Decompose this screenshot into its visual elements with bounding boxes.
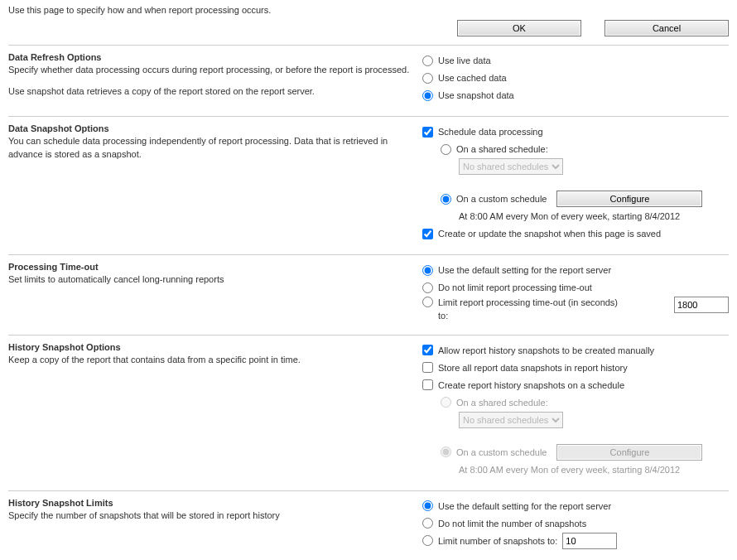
snapshot-schedule-text: At 8:00 AM every Mon of every week, star… <box>459 211 680 221</box>
processing-timeout-title: Processing Time-out <box>8 262 414 272</box>
radio-history-limit-number[interactable] <box>422 535 433 546</box>
input-timeout-seconds[interactable] <box>674 297 729 313</box>
radio-timeout-default[interactable] <box>422 265 433 276</box>
configure-snapshot-schedule-button[interactable]: Configure <box>556 191 702 207</box>
data-refresh-desc: Specify whether data processing occurs d… <box>8 64 414 77</box>
label-snapshot-custom-schedule: On a custom schedule <box>456 194 547 204</box>
input-history-limit-number[interactable] <box>562 533 617 549</box>
section-data-refresh: Data Refresh Options Specify whether dat… <box>8 45 729 116</box>
data-refresh-note: Use snapshot data retrieves a copy of th… <box>8 85 414 99</box>
checkbox-create-snapshot-on-save[interactable] <box>422 229 433 239</box>
radio-use-cached-data[interactable] <box>422 73 433 84</box>
section-history-limits: History Snapshot Limits Specify the numb… <box>8 490 729 560</box>
label-use-cached-data: Use cached data <box>438 73 507 83</box>
radio-snapshot-shared-schedule[interactable] <box>441 144 451 155</box>
history-snapshot-title: History Snapshot Options <box>8 342 414 352</box>
section-data-snapshot: Data Snapshot Options You can schedule d… <box>8 116 729 254</box>
checkbox-schedule-data-processing[interactable] <box>422 127 433 138</box>
checkbox-store-all-history[interactable] <box>422 362 433 373</box>
top-button-row: OK Cancel <box>8 20 729 36</box>
history-limits-desc: Specify the number of snapshots that wil… <box>8 509 414 523</box>
label-allow-history-manual: Allow report history snapshots to be cre… <box>438 345 654 355</box>
radio-history-custom-schedule[interactable] <box>441 447 451 457</box>
select-snapshot-shared-schedule[interactable]: No shared schedules <box>459 158 563 175</box>
checkbox-allow-history-manual[interactable] <box>422 345 433 355</box>
label-timeout-limit: Limit report processing time-out (in sec… <box>438 297 629 323</box>
radio-history-shared-schedule[interactable] <box>441 397 451 408</box>
ok-button[interactable]: OK <box>457 20 581 36</box>
data-refresh-title: Data Refresh Options <box>8 52 414 62</box>
radio-snapshot-custom-schedule[interactable] <box>441 194 451 205</box>
section-history-snapshot: History Snapshot Options Keep a copy of … <box>8 335 729 490</box>
label-history-custom-schedule: On a custom schedule <box>456 447 547 457</box>
cancel-button[interactable]: Cancel <box>605 20 729 36</box>
radio-timeout-no-limit[interactable] <box>422 282 433 293</box>
history-limits-title: History Snapshot Limits <box>8 498 414 508</box>
label-create-snapshot-on-save: Create or update the snapshot when this … <box>438 229 661 239</box>
radio-history-no-limit[interactable] <box>422 518 433 529</box>
label-schedule-data-processing: Schedule data processing <box>438 127 543 137</box>
label-history-limit-default: Use the default setting for the report s… <box>438 501 611 511</box>
radio-use-live-data[interactable] <box>422 56 433 66</box>
label-timeout-default: Use the default setting for the report s… <box>438 265 611 275</box>
label-timeout-no-limit: Do not limit report processing time-out <box>438 282 592 292</box>
processing-timeout-desc: Set limits to automatically cancel long-… <box>8 273 414 287</box>
label-use-snapshot-data: Use snapshot data <box>438 90 514 100</box>
radio-use-snapshot-data[interactable] <box>422 90 433 101</box>
data-snapshot-title: Data Snapshot Options <box>8 123 414 133</box>
configure-history-schedule-button[interactable]: Configure <box>556 444 702 461</box>
label-use-live-data: Use live data <box>438 56 491 65</box>
select-history-shared-schedule[interactable]: No shared schedules <box>459 412 563 428</box>
radio-timeout-limit[interactable] <box>422 297 433 307</box>
page-intro: Use this page to specify how and when re… <box>8 5 729 15</box>
label-history-limit-number: Limit number of snapshots to: <box>438 536 557 546</box>
label-store-all-history: Store all report data snapshots in repor… <box>438 363 628 373</box>
history-snapshot-desc: Keep a copy of the report that contains … <box>8 354 414 367</box>
radio-history-limit-default[interactable] <box>422 500 433 511</box>
data-snapshot-desc: You can schedule data processing indepen… <box>8 135 414 162</box>
history-schedule-text: At 8:00 AM every Mon of every week, star… <box>459 465 680 475</box>
section-processing-timeout: Processing Time-out Set limits to automa… <box>8 254 729 335</box>
label-history-no-limit: Do not limit the number of snapshots <box>438 519 586 529</box>
label-snapshot-shared-schedule: On a shared schedule: <box>456 144 548 154</box>
label-history-shared-schedule: On a shared schedule: <box>456 398 548 408</box>
label-history-on-schedule: Create report history snapshots on a sch… <box>438 380 624 390</box>
checkbox-history-on-schedule[interactable] <box>422 379 433 390</box>
